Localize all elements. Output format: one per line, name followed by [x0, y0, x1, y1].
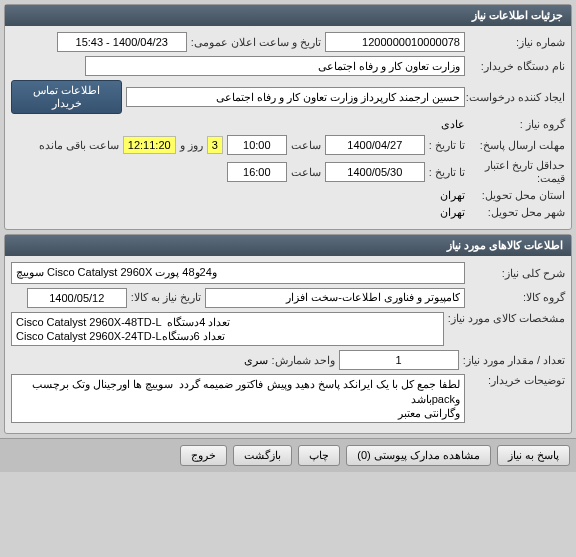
deadline-date-field[interactable]: [325, 135, 425, 155]
deadline-time-field[interactable]: [227, 135, 287, 155]
group-field[interactable]: [205, 288, 465, 308]
notes-field[interactable]: [11, 374, 465, 423]
delivery-province-label: استان محل تحویل:: [469, 189, 565, 202]
remaining-label: ساعت باقی مانده: [39, 139, 119, 152]
contact-buyer-button[interactable]: اطلاعات تماس خریدار: [11, 80, 122, 114]
deadline-send-label: مهلت ارسال پاسخ:: [469, 139, 565, 152]
days-and-label: روز و: [180, 139, 203, 152]
to-date-label-1: تا تاریخ :: [429, 139, 465, 152]
desc-label: شرح کلی نیاز:: [469, 267, 565, 280]
panel2-header: اطلاعات کالاهای مورد نیاز: [5, 235, 571, 256]
spec-label: مشخصات کالای مورد نیاز:: [448, 312, 565, 325]
unit-label: واحد شمارش:: [272, 354, 335, 367]
need-details-panel: جزئیات اطلاعات نیاز شماره نیاز: تاریخ و …: [4, 4, 572, 230]
qty-field[interactable]: [339, 350, 459, 370]
hour-label-2: ساعت: [291, 166, 321, 179]
valid-min-label: حداقل تاریخ اعتبار قیمت:: [469, 159, 565, 185]
need-to-date-label: تاریخ نیاز به کالا:: [131, 291, 201, 304]
attachments-button[interactable]: مشاهده مدارک پیوستی (0): [346, 445, 491, 466]
delivery-city-value: تهران: [440, 206, 465, 219]
need-to-date-field[interactable]: [27, 288, 127, 308]
group-label: گروه کالا:: [469, 291, 565, 304]
delivery-city-label: شهر محل تحویل:: [469, 206, 565, 219]
countdown-box: 12:11:20: [123, 136, 176, 154]
spec-field[interactable]: [11, 312, 444, 347]
hour-label-1: ساعت: [291, 139, 321, 152]
need-group-label: گروه نیاز :: [469, 118, 565, 131]
buyer-org-field[interactable]: [85, 56, 465, 76]
buyer-org-label: نام دستگاه خریدار:: [469, 60, 565, 73]
need-no-label: شماره نیاز:: [469, 36, 565, 49]
need-group-value: عادی: [441, 118, 465, 131]
requester-label: ایجاد کننده درخواست:: [469, 91, 565, 104]
to-date-label-2: تا تاریخ :: [429, 166, 465, 179]
valid-date-field[interactable]: [325, 162, 425, 182]
notes-label: توضیحات خریدار:: [469, 374, 565, 387]
print-button[interactable]: چاپ: [298, 445, 340, 466]
footer-bar: پاسخ به نیاز مشاهده مدارک پیوستی (0) چاپ…: [0, 438, 576, 472]
valid-time-field[interactable]: [227, 162, 287, 182]
panel1-header: جزئیات اطلاعات نیاز: [5, 5, 571, 26]
respond-button[interactable]: پاسخ به نیاز: [497, 445, 570, 466]
exit-button[interactable]: خروج: [180, 445, 227, 466]
need-no-field[interactable]: [325, 32, 465, 52]
announce-label: تاریخ و ساعت اعلان عمومی:: [191, 36, 321, 49]
unit-value: سری: [244, 354, 268, 367]
back-button[interactable]: بازگشت: [233, 445, 292, 466]
announce-datetime-field[interactable]: [57, 32, 187, 52]
need-items-panel: اطلاعات کالاهای مورد نیاز شرح کلی نیاز: …: [4, 234, 572, 434]
delivery-province-value: تهران: [440, 189, 465, 202]
qty-label: تعداد / مقدار مورد نیاز:: [463, 354, 565, 367]
desc-value: سوییچ Cisco Catalyst 2960X و24و48 پورت: [11, 262, 465, 283]
requester-field[interactable]: [126, 87, 465, 107]
days-remaining-box: 3: [207, 136, 223, 154]
